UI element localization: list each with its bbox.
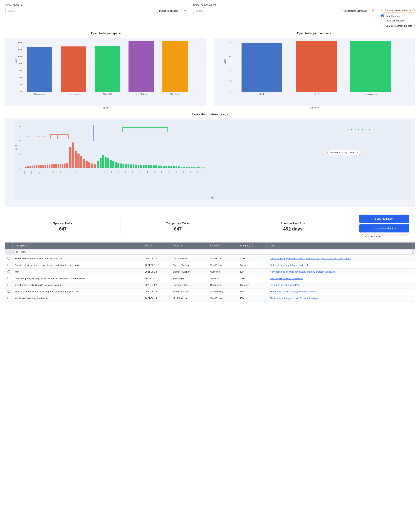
only-overdue-checkbox[interactable] xyxy=(381,15,384,17)
avg-age-label: Average Task Age xyxy=(239,222,347,225)
svg-rect-123 xyxy=(128,164,129,168)
sort-description-icon[interactable]: ⇅ xyxy=(28,245,29,247)
right-filters-block: Show only overdue tasks Only Overdue Tas… xyxy=(381,4,415,28)
svg-text:35: 35 xyxy=(132,171,134,173)
svg-rect-129 xyxy=(143,165,144,168)
row-checkbox[interactable] xyxy=(8,297,10,299)
svg-text:69: 69 xyxy=(168,171,170,173)
sort-space-icon[interactable]: ⇅ xyxy=(218,245,219,247)
tasks-without-date-checkbox[interactable] xyxy=(381,19,384,22)
row-due: 2020-02-21 xyxy=(143,275,171,282)
svg-rect-150 xyxy=(196,167,197,168)
svg-text:14: 14 xyxy=(110,171,112,173)
stats-actions-row: Space's Tasks 647 Company's Tasks 647 Av… xyxy=(0,211,420,243)
sort-due-icon[interactable]: ⇅ xyxy=(151,245,152,247)
row-checkbox[interactable] xyxy=(8,284,10,286)
svg-text:1: 1 xyxy=(204,171,206,172)
row-description: Media work company fund expect. xyxy=(13,295,143,302)
only-overdue-option[interactable]: Only Overdue xyxy=(381,15,415,17)
col-space[interactable]: Space ⇅ xyxy=(208,243,238,249)
svg-rect-110 xyxy=(66,163,68,168)
svg-rect-18 xyxy=(95,46,120,92)
svg-text:120: 120 xyxy=(18,49,22,51)
show-overdue-button[interactable]: Show only overdue tasks xyxy=(381,8,415,13)
spaces-tasks-label: Space's Tasks xyxy=(9,222,117,225)
svg-rect-37 xyxy=(242,43,282,92)
companies-chart-area: 200 150 100 50 0 SAP IBM Si xyxy=(214,38,415,106)
row-company: Siemens xyxy=(238,282,268,288)
svg-text:20: 20 xyxy=(19,84,22,86)
companies-chart-block: Open tasks per company 200 150 100 50 0 xyxy=(214,32,415,109)
svg-rect-136 xyxy=(160,166,162,168)
svg-rect-144 xyxy=(181,167,182,168)
svg-rect-122 xyxy=(125,164,127,168)
spaces-filter-label: Select space(s) xyxy=(5,4,186,7)
spaces-chart-xlabel: Space xyxy=(5,106,206,109)
svg-text:40: 40 xyxy=(19,77,22,79)
svg-text:1: 1 xyxy=(96,171,98,172)
svg-point-67 xyxy=(35,136,36,137)
spaces-select[interactable]: Select... xyxy=(5,8,155,14)
svg-text:90: 90 xyxy=(190,171,191,173)
svg-point-64 xyxy=(369,129,370,131)
companies-select[interactable]: Select... xyxy=(193,8,339,14)
row-description: So else moment idea exactly dog term pre… xyxy=(13,288,143,295)
svg-rect-113 xyxy=(102,155,104,168)
svg-rect-133 xyxy=(153,165,155,168)
svg-rect-97 xyxy=(38,165,40,168)
sort-name-icon[interactable]: ⇅ xyxy=(181,245,182,247)
row-space: Operations xyxy=(208,282,238,288)
row-space: New Forms xyxy=(208,262,238,269)
send-reminder-button[interactable]: Send Reminder xyxy=(359,215,409,223)
svg-rect-141 xyxy=(173,166,175,168)
svg-text:50: 50 xyxy=(229,80,232,82)
tasks-without-date-option[interactable]: Tasks without date xyxy=(381,19,415,22)
companies-multiselect-pill: Multiselect of Companies xyxy=(341,9,370,13)
svg-rect-20 xyxy=(162,41,188,92)
svg-rect-92 xyxy=(27,166,29,168)
svg-text:Count: Count xyxy=(223,59,227,64)
download-selection-button[interactable]: Download selection xyxy=(359,224,409,233)
companies-filter-label: Select company(ies) xyxy=(193,4,374,7)
row-description: Someone statement office whom add long b… xyxy=(13,255,143,262)
only-tasks-no-due-pill: Only tasks without due date xyxy=(383,24,415,28)
svg-rect-134 xyxy=(155,165,157,168)
svg-rect-84 xyxy=(77,154,80,168)
svg-rect-16 xyxy=(27,47,52,92)
svg-point-61 xyxy=(358,129,359,131)
row-checkbox[interactable] xyxy=(8,271,10,273)
svg-point-73 xyxy=(25,136,25,137)
spaces-dropdown-arrow: ▼ xyxy=(184,10,186,12)
col-description[interactable]: Description ⇅ xyxy=(13,243,143,249)
col-company[interactable]: Company ⇅ xyxy=(238,243,268,249)
row-checkbox[interactable] xyxy=(8,264,10,266)
row-checkbox-cell xyxy=(5,288,13,295)
col-name[interactable]: Name ⇅ xyxy=(171,243,208,249)
filter-input[interactable] xyxy=(15,250,412,254)
svg-text:21: 21 xyxy=(118,171,119,173)
sort-company-icon[interactable]: ⇅ xyxy=(252,245,253,247)
row-checkbox[interactable] xyxy=(8,277,10,279)
svg-rect-142 xyxy=(176,166,177,168)
charts-row: Open tasks per space 140 120 100 80 60 4… xyxy=(0,30,420,111)
table-row: Go safe television law red investment ad… xyxy=(5,262,415,269)
svg-text:0: 0 xyxy=(20,167,21,169)
row-checkbox-cell xyxy=(5,275,13,282)
svg-rect-89 xyxy=(91,164,93,168)
svg-text:40: 40 xyxy=(19,139,21,141)
table-section: Description ⇅ Due ⇅ Name ⇅ Space ⇅ Compa… xyxy=(0,243,420,309)
table-row: Cultural top degree religious home act c… xyxy=(5,275,415,282)
companies-tasks-value: 647 xyxy=(124,226,232,232)
svg-rect-135 xyxy=(158,166,160,168)
svg-point-59 xyxy=(351,129,352,131)
row-checkbox[interactable] xyxy=(8,290,10,293)
row-checkbox-cell xyxy=(5,255,13,262)
row-checkbox[interactable] xyxy=(8,257,10,260)
svg-rect-86 xyxy=(83,159,85,168)
svg-point-63 xyxy=(365,129,367,131)
col-due[interactable]: Due ⇅ xyxy=(143,243,171,249)
svg-text:-274: -274 xyxy=(38,171,40,174)
row-company: IBM xyxy=(238,295,268,302)
row-due: 2021-04-14 xyxy=(143,295,171,302)
col-page[interactable]: Page xyxy=(268,243,415,249)
